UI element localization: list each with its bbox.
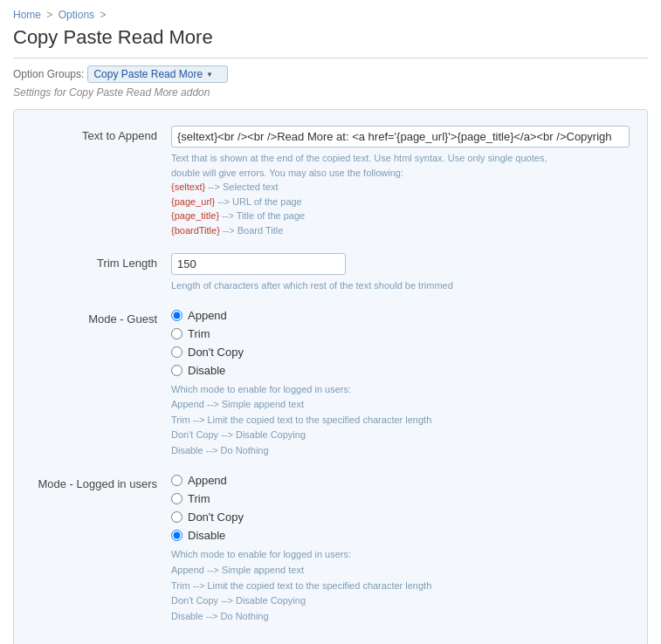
token-page-title-desc: --> Title of the page	[222, 210, 305, 221]
page-wrapper: Home > Options > Copy Paste Read More Op…	[0, 0, 661, 644]
mode-guest-trim-option: Trim	[171, 327, 630, 340]
mode-guest-dontcopy-label[interactable]: Don't Copy	[188, 346, 244, 359]
text-to-append-content: Text that is shown at the end of the cop…	[171, 126, 630, 237]
mode-logged-help-trim: Trim --> Limit the copied text to the sp…	[171, 580, 431, 591]
token-page-title: {page_title}	[171, 210, 219, 221]
mode-guest-trim-radio[interactable]	[171, 328, 182, 339]
mode-guest-row: Mode - Guest Append Trim Don't Copy Disa…	[31, 309, 630, 459]
mode-guest-content: Append Trim Don't Copy Disable Which mod…	[171, 309, 630, 459]
help-line1: Text that is shown at the end of the cop…	[171, 153, 547, 163]
mode-guest-help-disable: Disable --> Do Nothing	[171, 445, 269, 456]
mode-guest-append-radio[interactable]	[171, 310, 182, 321]
mode-guest-help-dontcopy: Don't Copy --> Disable Copying	[171, 429, 306, 440]
form-container: Text to Append Text that is shown at the…	[13, 109, 648, 644]
mode-guest-disable-option: Disable	[171, 364, 630, 377]
mode-logged-dontcopy-option: Don't Copy	[171, 510, 630, 524]
mode-guest-disable-radio[interactable]	[171, 365, 182, 376]
token-seltext-desc: --> Selected text	[208, 182, 278, 192]
option-groups-value: Copy Paste Read More	[93, 68, 203, 80]
mode-logged-disable-radio[interactable]	[171, 530, 182, 541]
mode-logged-content: Append Trim Don't Copy Disable Which mod…	[171, 474, 630, 624]
mode-logged-help-title: Which mode to enable for logged in users…	[171, 549, 351, 559]
token-seltext: {seltext}	[171, 182, 205, 192]
mode-guest-help: Which mode to enable for logged in users…	[171, 382, 630, 459]
mode-logged-dontcopy-label[interactable]: Don't Copy	[188, 510, 244, 524]
mode-logged-label: Mode - Logged in users	[31, 474, 171, 490]
page-title: Copy Paste Read More	[13, 26, 648, 49]
mode-logged-append-option: Append	[171, 474, 630, 487]
mode-guest-help-trim: Trim --> Limit the copied text to the sp…	[171, 414, 431, 425]
trim-length-row: Trim Length Length of characters after w…	[31, 253, 630, 293]
option-groups-label: Option Groups:	[13, 68, 84, 80]
mode-guest-append-label[interactable]: Append	[188, 309, 227, 322]
token-board-title: {boardTitle}	[171, 225, 220, 236]
mode-logged-dontcopy-radio[interactable]	[171, 511, 182, 523]
mode-guest-label: Mode - Guest	[31, 309, 171, 325]
text-to-append-row: Text to Append Text that is shown at the…	[31, 126, 630, 237]
mode-logged-append-label[interactable]: Append	[188, 474, 227, 487]
trim-length-help: Length of characters after which rest of…	[171, 278, 630, 293]
mode-logged-help-append: Append --> Simple append text	[171, 565, 304, 575]
mode-logged-help: Which mode to enable for logged in users…	[171, 547, 630, 624]
help-line2: double will give errors. You may also us…	[171, 168, 403, 178]
mode-guest-append-option: Append	[171, 309, 630, 322]
mode-logged-row: Mode - Logged in users Append Trim Don't…	[31, 474, 630, 624]
mode-logged-help-dontcopy: Don't Copy --> Disable Copying	[171, 595, 306, 606]
breadcrumb-home[interactable]: Home	[13, 9, 41, 21]
mode-logged-trim-radio[interactable]	[171, 493, 182, 504]
trim-length-input[interactable]	[171, 253, 346, 275]
settings-subtitle: Settings for Copy Paste Read More addon	[13, 86, 648, 99]
mode-logged-disable-label[interactable]: Disable	[188, 529, 225, 542]
mode-logged-trim-option: Trim	[171, 492, 630, 505]
text-to-append-label: Text to Append	[31, 126, 171, 142]
text-to-append-help: Text that is shown at the end of the cop…	[171, 151, 630, 237]
mode-logged-append-radio[interactable]	[171, 475, 182, 486]
breadcrumb-sep1: >	[46, 9, 52, 21]
token-board-title-desc: --> Board Title	[223, 225, 283, 236]
mode-logged-help-disable: Disable --> Do Nothing	[171, 611, 269, 621]
mode-guest-help-title: Which mode to enable for logged in users…	[171, 384, 351, 394]
mode-guest-disable-label[interactable]: Disable	[188, 364, 225, 377]
mode-guest-dontcopy-radio[interactable]	[171, 346, 182, 358]
mode-guest-dontcopy-option: Don't Copy	[171, 346, 630, 359]
trim-length-content: Length of characters after which rest of…	[171, 253, 630, 293]
trim-length-label: Trim Length	[31, 253, 171, 270]
mode-logged-trim-label[interactable]: Trim	[188, 492, 210, 505]
breadcrumb-options[interactable]: Options	[59, 9, 94, 21]
mode-guest-trim-label[interactable]: Trim	[188, 327, 210, 340]
mode-guest-help-append: Append --> Simple append text	[171, 399, 304, 409]
token-page-url-desc: --> URL of the page	[217, 196, 302, 207]
breadcrumb: Home > Options >	[13, 9, 648, 21]
option-groups-bar: Option Groups: Copy Paste Read More	[13, 65, 648, 83]
top-divider	[13, 58, 648, 58]
option-groups-dropdown[interactable]: Copy Paste Read More	[87, 65, 228, 83]
token-page-url: {page_url}	[171, 196, 215, 207]
mode-logged-disable-option: Disable	[171, 529, 630, 542]
text-to-append-input[interactable]	[171, 126, 630, 147]
breadcrumb-sep2: >	[100, 9, 106, 21]
